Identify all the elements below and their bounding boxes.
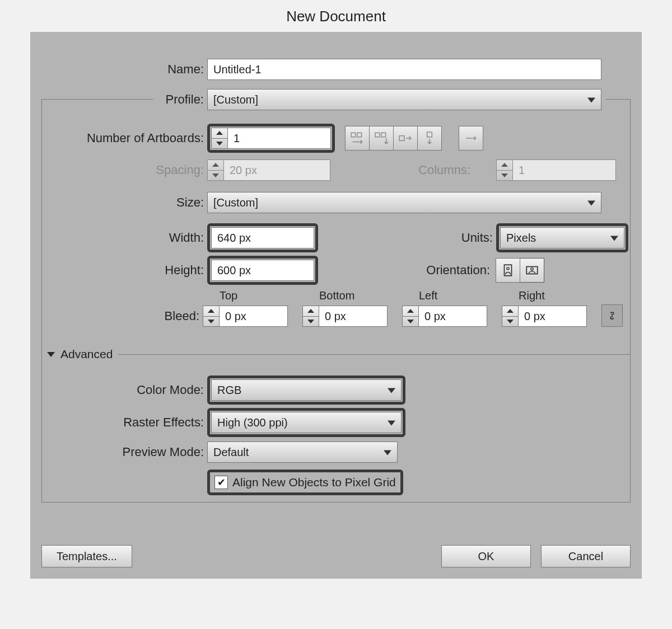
svg-rect-2 — [375, 133, 380, 137]
link-bleed-icon[interactable] — [601, 304, 623, 327]
height-label: Height: — [30, 263, 207, 278]
size-label: Size: — [30, 195, 207, 210]
svg-rect-1 — [357, 133, 362, 137]
new-document-dialog: New Document Name: Untitled-1 Profile: [… — [0, 0, 672, 629]
artboards-input[interactable]: 1 — [211, 128, 331, 149]
profile-label: Profile: — [30, 92, 207, 107]
arrange-row-icon[interactable] — [394, 126, 418, 151]
ok-button[interactable]: OK — [441, 545, 531, 567]
chevron-down-icon — [388, 420, 395, 425]
spinner-buttons[interactable] — [212, 128, 228, 148]
arrange-col-icon[interactable] — [418, 126, 442, 151]
chevron-down-icon — [587, 97, 595, 102]
align-pixel-grid-checkbox[interactable]: ✔ — [214, 476, 228, 489]
spinner-buttons[interactable] — [208, 160, 224, 180]
spinner-buttons[interactable] — [497, 160, 513, 180]
svg-rect-5 — [427, 132, 432, 137]
profile-select[interactable]: [Custom] — [207, 89, 601, 110]
svg-rect-3 — [381, 133, 386, 137]
units-select[interactable]: Pixels — [500, 227, 624, 248]
dialog-title: New Document — [0, 0, 672, 32]
align-pixel-grid-label: Align New Objects to Pixel Grid — [232, 476, 396, 489]
svg-point-9 — [531, 268, 533, 270]
orientation-portrait-icon[interactable] — [496, 258, 520, 283]
orientation-label: Orientation: — [426, 263, 496, 278]
chevron-down-icon — [610, 236, 618, 241]
width-input[interactable]: 640 px — [211, 227, 314, 248]
bleed-top-label: Top — [203, 289, 288, 302]
bleed-right-input[interactable]: 0 px — [502, 306, 587, 327]
templates-button[interactable]: Templates... — [41, 545, 132, 567]
arrange-rtl-icon[interactable] — [459, 126, 483, 151]
size-select[interactable]: [Custom] — [207, 192, 601, 213]
artboard-arrange-group — [345, 126, 442, 151]
dialog-body: Name: Untitled-1 Profile: [Custom] Numbe… — [30, 32, 642, 579]
spinner-down-icon[interactable] — [212, 138, 227, 149]
disclosure-triangle-icon[interactable] — [47, 352, 55, 357]
color-mode-select[interactable]: RGB — [211, 379, 402, 401]
divider — [118, 354, 631, 355]
spinner-down-icon[interactable] — [208, 170, 223, 181]
svg-rect-0 — [351, 133, 356, 137]
bleed-right-label: Right — [502, 289, 587, 302]
bleed-label: Bleed: — [30, 309, 203, 327]
height-input[interactable]: 600 px — [211, 260, 314, 281]
bleed-bottom-label: Bottom — [302, 289, 388, 302]
columns-input[interactable]: 1 — [496, 159, 616, 181]
width-label: Width: — [30, 231, 207, 245]
name-label: Name: — [30, 62, 207, 77]
spinner-up-icon[interactable] — [208, 160, 223, 170]
raster-effects-select[interactable]: High (300 ppi) — [211, 412, 402, 433]
arrange-grid-row-icon[interactable] — [345, 126, 370, 151]
name-input[interactable]: Untitled-1 — [207, 59, 601, 80]
bleed-bottom-input[interactable]: 0 px — [302, 306, 388, 327]
chevron-down-icon — [384, 450, 391, 455]
preview-mode-select[interactable]: Default — [207, 442, 398, 463]
chevron-down-icon — [388, 388, 395, 393]
bleed-left-label: Left — [402, 289, 487, 302]
color-mode-label: Color Mode: — [30, 383, 207, 397]
cancel-button[interactable]: Cancel — [541, 545, 631, 567]
units-label: Units: — [461, 231, 496, 245]
spinner-down-icon[interactable] — [497, 170, 512, 181]
chevron-down-icon — [587, 200, 595, 205]
spinner-up-icon[interactable] — [497, 160, 512, 170]
spinner-up-icon[interactable] — [212, 128, 227, 138]
preview-mode-label: Preview Mode: — [30, 445, 207, 459]
bleed-left-input[interactable]: 0 px — [402, 306, 487, 327]
artboards-label: Number of Artboards: — [30, 131, 207, 145]
columns-label: Columns: — [418, 163, 474, 177]
svg-rect-4 — [399, 136, 404, 141]
arrange-grid-col-icon[interactable] — [370, 126, 394, 151]
spacing-label: Spacing: — [30, 163, 207, 177]
orientation-landscape-icon[interactable] — [520, 258, 544, 283]
bleed-top-input[interactable]: 0 px — [203, 306, 288, 327]
raster-effects-label: Raster Effects: — [30, 415, 207, 430]
svg-point-7 — [507, 267, 509, 270]
spacing-input[interactable]: 20 px — [207, 159, 330, 181]
advanced-label: Advanced — [60, 348, 113, 361]
